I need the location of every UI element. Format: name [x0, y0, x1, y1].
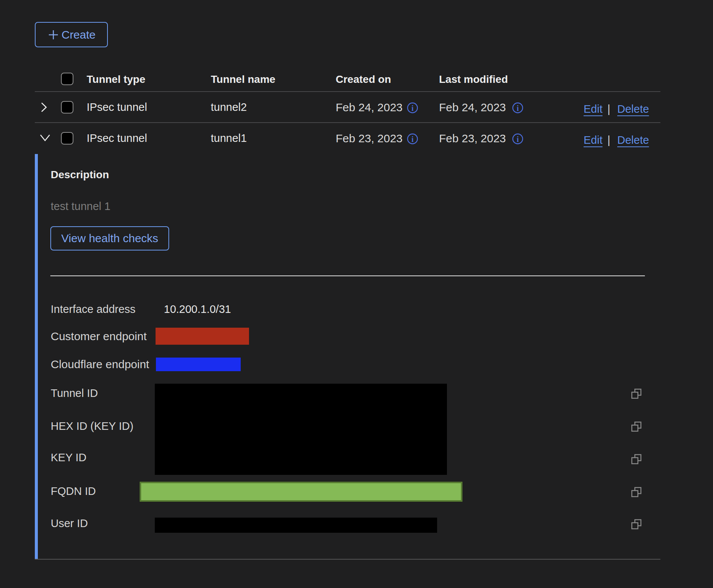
svg-text:i: i [411, 135, 414, 143]
svg-text:i: i [411, 104, 414, 112]
svg-text:i: i [517, 104, 519, 112]
svg-text:i: i [517, 135, 519, 143]
